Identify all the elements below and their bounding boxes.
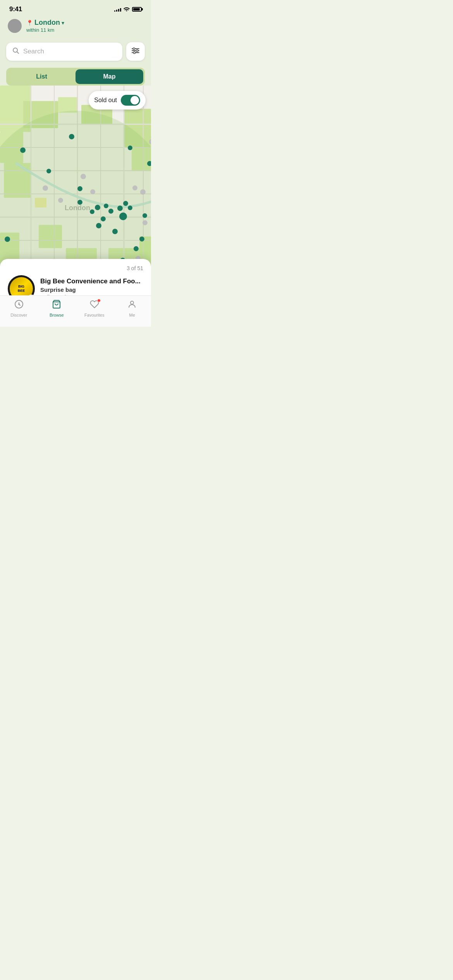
map-pin-green[interactable] [77, 186, 82, 191]
location-sub: within 11 km [26, 27, 143, 33]
map-pin-gray[interactable] [43, 185, 48, 191]
nav-browse[interactable]: Browse [45, 300, 68, 317]
svg-rect-40 [35, 198, 46, 207]
map-pin-green[interactable] [108, 209, 113, 214]
search-icon [12, 47, 19, 56]
map-pin-green[interactable] [90, 209, 94, 214]
sold-out-label: Sold out [94, 97, 117, 104]
map-pin-gray[interactable] [90, 189, 95, 194]
wifi-icon [124, 6, 130, 12]
map-pin-gray[interactable] [142, 220, 148, 225]
nav-me-label: Me [129, 313, 135, 317]
svg-point-43 [18, 303, 20, 305]
map-pin-green[interactable] [139, 236, 144, 242]
browse-icon [52, 300, 61, 311]
map-pin-green[interactable] [20, 147, 26, 153]
status-bar: 9:41 [0, 0, 151, 16]
nav-me[interactable]: Me [120, 300, 144, 317]
battery-icon [132, 7, 142, 12]
svg-point-6 [134, 51, 136, 53]
sold-out-switch[interactable] [121, 95, 140, 106]
map-pin-green[interactable] [112, 229, 118, 234]
tab-map[interactable]: Map [76, 69, 143, 84]
map-pin-green[interactable] [147, 161, 151, 166]
sold-out-toggle[interactable]: Sold out [89, 91, 146, 110]
avatar [8, 19, 22, 33]
nav-browse-label: Browse [50, 313, 64, 317]
map-pin-green[interactable] [128, 146, 132, 150]
map-pin-green[interactable] [101, 216, 106, 221]
signal-icon [114, 7, 121, 12]
filter-icon [132, 47, 139, 56]
chevron-down-icon: ▾ [62, 20, 64, 26]
map-pin-gray[interactable] [58, 198, 63, 203]
favourites-icon [90, 300, 99, 311]
bag-type: Surprise bag [40, 286, 143, 293]
me-icon [127, 300, 137, 311]
svg-rect-12 [124, 109, 151, 147]
map-pin-green[interactable] [46, 169, 51, 173]
tab-toggle: List Map [6, 68, 145, 86]
map-pin-green[interactable] [117, 206, 123, 211]
discover-icon [14, 300, 24, 311]
map-pin-gray[interactable] [140, 189, 146, 195]
search-bar[interactable]: Search [6, 43, 122, 61]
svg-rect-13 [132, 147, 151, 171]
svg-point-4 [133, 48, 135, 50]
map-pin-green[interactable] [96, 223, 101, 228]
card-counter: 3 of 51 [8, 265, 143, 271]
nav-discover[interactable]: Discover [7, 300, 31, 317]
svg-rect-18 [58, 97, 77, 113]
map-container[interactable]: London Sold out Apple Maps Legal 3 of 51 [0, 86, 151, 310]
map-pin-green[interactable] [69, 134, 74, 139]
filter-button[interactable] [126, 42, 145, 61]
nav-favourites-label: Favourites [84, 313, 104, 317]
bottom-nav: Discover Browse Favourites [0, 295, 151, 327]
map-pin-green[interactable] [104, 204, 108, 208]
header: 📍 London ▾ within 11 km [0, 16, 151, 38]
svg-rect-20 [39, 225, 62, 248]
location-row[interactable]: 📍 London ▾ [26, 19, 143, 27]
map-pin-gray[interactable] [132, 185, 137, 190]
svg-point-45 [130, 301, 134, 304]
svg-point-5 [136, 50, 138, 51]
nav-favourites[interactable]: Favourites [83, 300, 106, 317]
favourites-badge [97, 299, 101, 302]
store-name: Big Bee Convenience and Foo... [40, 278, 143, 285]
search-section: Search [0, 38, 151, 65]
status-icons [114, 6, 142, 12]
map-pin-green[interactable] [142, 213, 147, 218]
map-pin-green[interactable] [5, 236, 10, 242]
map-pin-green[interactable] [77, 200, 82, 205]
location-info: 📍 London ▾ within 11 km [26, 19, 143, 33]
location-name: London [34, 19, 60, 27]
status-time: 9:41 [9, 5, 22, 13]
svg-text:London: London [65, 204, 90, 212]
map-pin-gray[interactable] [81, 174, 86, 179]
search-input[interactable]: Search [23, 48, 44, 55]
map-pin-green[interactable] [95, 205, 100, 210]
nav-discover-label: Discover [10, 313, 27, 317]
map-pin-green[interactable] [134, 246, 139, 251]
location-pin-icon: 📍 [26, 20, 33, 26]
app-page: 9:41 📍 L [0, 0, 151, 327]
map-pin-green[interactable] [123, 201, 128, 206]
map-pin-green[interactable] [128, 206, 132, 210]
tab-list[interactable]: List [8, 69, 76, 84]
svg-rect-11 [4, 163, 31, 198]
map-pin-green[interactable] [119, 212, 127, 220]
